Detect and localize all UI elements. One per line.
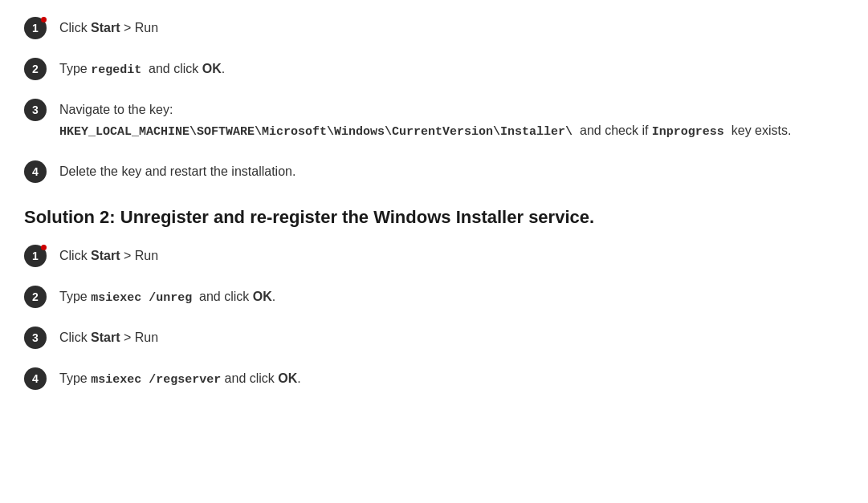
code-msiexec-regserver: msiexec /regserver	[91, 373, 221, 387]
step-item: 4 Type msiexec /regserver and click OK.	[24, 367, 844, 390]
step-item: 3 Click Start > Run	[24, 326, 844, 349]
code-registry-key: HKEY_LOCAL_MACHINE\SOFTWARE\Microsoft\Wi…	[59, 125, 573, 139]
bold-start-s2-3: Start	[91, 331, 120, 344]
step-text-s2-1: Click Start > Run	[59, 244, 844, 266]
step-badge-s2-2: 2	[24, 286, 47, 308]
code-regedit: regedit	[91, 63, 141, 77]
step-badge-1: 1	[24, 17, 47, 39]
bold-start-s2: Start	[91, 249, 120, 262]
step-text-s2-2: Type msiexec /unreg and click OK.	[59, 285, 844, 308]
step-text-s2-3: Click Start > Run	[59, 326, 844, 348]
step-text-3: Navigate to the key: HKEY_LOCAL_MACHINE\…	[59, 98, 844, 142]
bold-ok-s2-2: OK	[253, 290, 272, 303]
solution2-heading: Solution 2: Unregister and re-register t…	[24, 207, 844, 228]
step-item: 1 Click Start > Run	[24, 244, 844, 267]
step-badge-s2-4: 4	[24, 367, 47, 390]
step-badge-s2-3: 3	[24, 327, 47, 349]
bold-ok: OK	[202, 62, 222, 75]
step-text-s2-4: Type msiexec /regserver and click OK.	[59, 367, 844, 390]
step-badge-s2-1: 1	[24, 245, 47, 267]
code-msiexec-unreg: msiexec /unreg	[91, 291, 192, 305]
step-item: 4 Delete the key and restart the install…	[24, 160, 844, 183]
bold-ok-s2-4: OK	[278, 371, 297, 385]
solution2-steps: 1 Click Start > Run 2 Type msiexec /unre…	[24, 244, 844, 390]
step-badge-3: 3	[24, 99, 47, 121]
step-text-1: Click Start > Run	[59, 16, 844, 39]
step-item: 3 Navigate to the key: HKEY_LOCAL_MACHIN…	[24, 98, 844, 142]
step-badge-2: 2	[24, 58, 47, 80]
step-item: 2 Type regedit and click OK.	[24, 57, 844, 80]
step-text-4: Delete the key and restart the installat…	[59, 160, 844, 182]
code-inprogress: Inprogress	[652, 125, 724, 139]
bold-start: Start	[91, 21, 120, 34]
step-item: 1 Click Start > Run	[24, 16, 844, 39]
solution1-steps: 1 Click Start > Run 2 Type regedit and c…	[24, 16, 844, 183]
step-item: 2 Type msiexec /unreg and click OK.	[24, 285, 844, 308]
step-text-2: Type regedit and click OK.	[59, 57, 844, 80]
step-badge-4: 4	[24, 160, 47, 183]
